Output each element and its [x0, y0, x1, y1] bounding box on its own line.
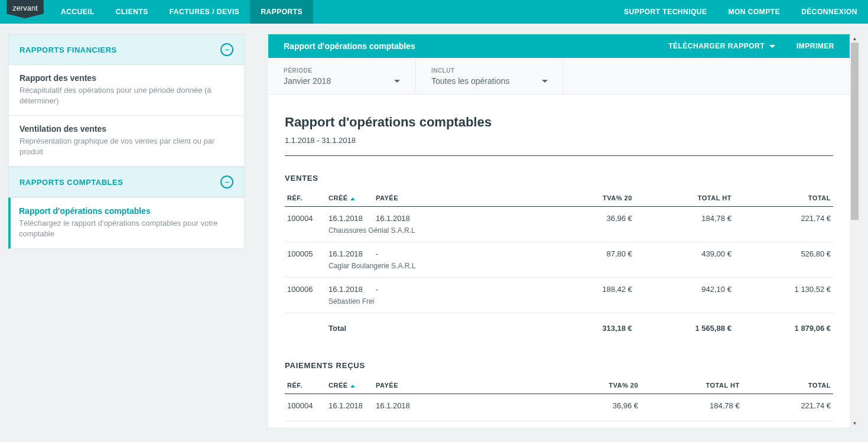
vertical-scrollbar[interactable]: ▲ ▼: [850, 34, 860, 427]
cell: -: [373, 242, 551, 261]
report-table: RÉF.CRÉÉPAYÉETVA% 20TOTAL HTTOTAL1000041…: [285, 377, 833, 421]
cell: [734, 296, 833, 313]
cell: [551, 225, 635, 242]
scroll-down-icon[interactable]: ▼: [850, 419, 860, 427]
cell: 36,96 €: [551, 207, 635, 226]
main-panel: Rapport d'opérations comptables TÉLÉCHAR…: [268, 34, 860, 427]
col-header: RÉF.: [285, 377, 326, 394]
sidebar-item[interactable]: Rapport d'opérations comptablesTélécharg…: [8, 197, 245, 249]
nav-link-rapports[interactable]: RAPPORTS: [250, 0, 313, 24]
sidebar-item[interactable]: Ventilation des ventesReprésentation gra…: [8, 116, 245, 167]
col-header[interactable]: CRÉÉ: [326, 377, 373, 394]
cell-detail: Sébastien Frei: [326, 296, 551, 313]
cell: 36,96 €: [551, 394, 641, 413]
cell: 188,42 €: [551, 278, 635, 297]
sidebar-group-title: RAPPORTS FINANCIERS: [19, 46, 117, 54]
nav-link-support-technique[interactable]: SUPPORT TECHNIQUE: [613, 0, 718, 24]
table-row-detail: Caglar Boulangerie S.A.R.L: [285, 261, 833, 278]
cell: 16.1.2018: [326, 278, 373, 297]
nav-link-clients[interactable]: CLIENTS: [105, 0, 159, 24]
cell: [742, 412, 833, 421]
nav-link-d-connexion[interactable]: DÉCONNEXION: [791, 0, 868, 24]
cell: 221,74 €: [742, 394, 833, 413]
cell: Total: [326, 313, 373, 344]
cell-detail: [326, 412, 551, 421]
filter-period-value: Janvier 2018: [284, 76, 331, 86]
table-row: 10000416.1.201816.1.201836,96 €184,78 €2…: [285, 207, 833, 226]
sidebar-group-title: RAPPORTS COMPTABLES: [19, 178, 123, 187]
table-row-detail: Sébastien Frei: [285, 296, 833, 313]
cell: [285, 225, 326, 242]
cell: [734, 261, 833, 278]
cell: 184,78 €: [641, 394, 742, 413]
cell: 439,00 €: [635, 242, 734, 261]
cell: 100006: [285, 278, 326, 297]
nav-link-mon-compte[interactable]: MON COMPTE: [717, 0, 791, 24]
sidebar-item-title: Rapport des ventes: [19, 73, 233, 83]
caret-down-icon: [394, 80, 400, 83]
collapse-icon[interactable]: −: [220, 176, 233, 188]
cell: 16.1.2018: [326, 242, 373, 261]
download-report-label: TÉLÉCHARGER RAPPORT: [668, 42, 765, 50]
caret-down-icon: [542, 80, 548, 83]
cell: 184,78 €: [635, 207, 734, 226]
cell: 16.1.2018: [326, 394, 373, 413]
logo-wrap: zervant: [0, 0, 50, 24]
col-header[interactable]: CRÉÉ: [326, 190, 373, 207]
cell: [285, 261, 326, 278]
sidebar-item-desc: Téléchargez le rapport d'opérations comp…: [19, 218, 233, 239]
cell-detail: Caglar Boulangerie S.A.R.L: [326, 261, 551, 278]
nav-right: SUPPORT TECHNIQUEMON COMPTEDÉCONNEXION: [613, 0, 868, 24]
cell-detail: Chaussures Génial S.A.R.L: [326, 225, 551, 242]
filter-period-select[interactable]: Janvier 2018: [284, 76, 400, 86]
col-header: TVA% 20: [551, 377, 641, 394]
cell: [734, 225, 833, 242]
nav-left: ACCUEILCLIENTSFACTURES / DEVISRAPPORTS: [50, 0, 313, 24]
brand-logo[interactable]: zervant: [6, 0, 44, 18]
filter-period: PÉRIODE Janvier 2018: [268, 58, 416, 94]
col-header: TOTAL: [742, 377, 833, 394]
sidebar-item[interactable]: Rapport des ventesRécapitulatif des opér…: [8, 65, 245, 116]
table-total-row: Total313,18 €1 565,88 €1 879,06 €: [285, 313, 833, 344]
cell: [641, 412, 742, 421]
cell: [551, 261, 635, 278]
col-header: TOTAL HT: [641, 377, 742, 394]
scrollbar-thumb[interactable]: [851, 43, 859, 220]
col-header: PAYÉE: [373, 377, 551, 394]
sidebar-item-desc: Représentation graphique de vos ventes p…: [19, 136, 233, 157]
nav-link-accueil[interactable]: ACCUEIL: [50, 0, 105, 24]
cell: [635, 296, 734, 313]
section-title: VENTES: [285, 174, 833, 183]
cell: 100004: [285, 394, 326, 413]
scroll-up-icon[interactable]: ▲: [850, 34, 860, 43]
nav-link-factures-devis[interactable]: FACTURES / DEVIS: [159, 0, 251, 24]
cell: 1 879,06 €: [734, 313, 833, 344]
table-row: 10000516.1.2018-87,80 €439,00 €526,80 €: [285, 242, 833, 261]
filter-include-select[interactable]: Toutes les opérations: [431, 76, 548, 86]
cell: 16.1.2018: [326, 207, 373, 226]
col-header: RÉF.: [285, 190, 326, 207]
cell: [285, 296, 326, 313]
cell: 87,80 €: [551, 242, 635, 261]
cell: 942,10 €: [635, 278, 734, 297]
sort-asc-icon: [350, 197, 355, 200]
cell: 16.1.2018: [373, 207, 551, 226]
sidebar-group-header[interactable]: RAPPORTS FINANCIERS−: [8, 34, 245, 65]
cell: [285, 412, 326, 421]
print-button[interactable]: IMPRIMER: [797, 42, 834, 50]
sidebar-item-desc: Récapitulatif des opérations pour une pé…: [19, 85, 233, 106]
sidebar-item-title: Rapport d'opérations comptables: [19, 206, 233, 216]
table-row: 10000616.1.2018-188,42 €942,10 €1 130,52…: [285, 278, 833, 297]
cell: 313,18 €: [551, 313, 635, 344]
cell: [373, 313, 551, 344]
filter-period-label: PÉRIODE: [284, 67, 400, 74]
table-row-detail: Chaussures Génial S.A.R.L: [285, 225, 833, 242]
cell: 526,80 €: [734, 242, 833, 261]
cell: [635, 225, 734, 242]
col-header: TVA% 20: [551, 190, 635, 207]
sidebar-group-header[interactable]: RAPPORTS COMPTABLES−: [8, 167, 245, 197]
download-report-button[interactable]: TÉLÉCHARGER RAPPORT: [668, 42, 775, 50]
collapse-icon[interactable]: −: [220, 43, 233, 56]
top-nav: zervant ACCUEILCLIENTSFACTURES / DEVISRA…: [0, 0, 868, 24]
cell: [551, 412, 641, 421]
